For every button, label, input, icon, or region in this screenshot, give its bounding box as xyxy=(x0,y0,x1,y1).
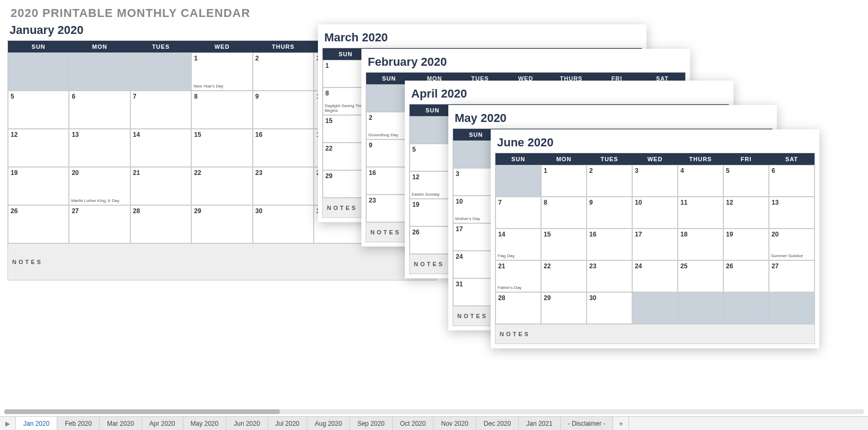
day-cell[interactable]: 16 xyxy=(587,229,632,260)
sheet-tab[interactable]: May 2020 xyxy=(183,417,227,430)
day-cell[interactable]: 9 xyxy=(253,91,314,129)
sheet-tab[interactable]: Jan 2021 xyxy=(519,417,560,430)
weekday-header: THURS xyxy=(253,41,314,52)
weekday-header: THURS xyxy=(678,153,723,165)
day-cell[interactable]: 18 xyxy=(678,229,723,260)
day-cell[interactable] xyxy=(495,165,541,197)
day-cell[interactable]: 26 xyxy=(723,260,769,292)
month-title-june: June 2020 xyxy=(497,136,815,150)
day-cell[interactable]: 16 xyxy=(253,129,314,167)
day-cell[interactable]: 5 xyxy=(723,165,769,197)
plus-icon: + xyxy=(619,419,623,428)
tab-nav-button[interactable]: ▶ xyxy=(0,417,16,430)
day-cell[interactable] xyxy=(723,292,769,324)
day-event: Summer Solstice xyxy=(771,254,803,259)
day-event: New Year's Day xyxy=(193,84,223,89)
day-cell[interactable]: 14 xyxy=(130,129,191,167)
weekday-header: WED xyxy=(632,153,678,165)
day-cell[interactable]: 15 xyxy=(541,229,587,260)
day-cell[interactable]: 15 xyxy=(191,129,252,167)
day-event: Father's Day xyxy=(498,286,521,291)
day-cell[interactable] xyxy=(69,52,130,91)
month-title-april: April 2020 xyxy=(411,87,729,101)
day-cell[interactable]: 7 xyxy=(130,91,191,129)
sheet-tab[interactable]: Oct 2020 xyxy=(393,417,434,430)
day-event: Flag Day xyxy=(498,254,515,259)
day-cell[interactable]: 30 xyxy=(253,205,314,243)
day-cell[interactable]: 22 xyxy=(541,260,587,292)
day-cell[interactable]: 13 xyxy=(69,129,130,167)
day-cell[interactable]: 23 xyxy=(587,260,632,292)
day-cell[interactable]: 30 xyxy=(587,292,632,324)
day-cell[interactable]: 27 xyxy=(769,260,814,292)
day-cell[interactable]: 13 xyxy=(769,197,814,229)
day-cell[interactable]: 12 xyxy=(8,129,69,167)
day-cell[interactable] xyxy=(632,292,678,324)
sheet-tab[interactable]: Jul 2020 xyxy=(268,417,307,430)
day-cell[interactable]: 29 xyxy=(541,292,587,324)
day-cell[interactable]: 1 xyxy=(541,165,587,197)
day-cell[interactable]: 3 xyxy=(632,165,678,197)
sheet-tab[interactable]: Sep 2020 xyxy=(350,417,392,430)
day-cell[interactable]: 28 xyxy=(130,205,191,243)
scrollbar-thumb[interactable] xyxy=(4,409,280,414)
sheet-tab[interactable]: Feb 2020 xyxy=(57,417,100,430)
add-sheet-button[interactable]: + xyxy=(613,417,629,430)
sheet-tab[interactable]: Apr 2020 xyxy=(142,417,183,430)
day-cell[interactable]: 21Father's Day xyxy=(495,260,541,292)
day-cell[interactable]: 8 xyxy=(191,91,252,129)
day-cell[interactable]: 20Martin Luther King Jr Day xyxy=(69,167,130,205)
day-cell[interactable]: 1New Year's Day xyxy=(191,52,252,91)
weekday-header: FRI xyxy=(723,153,769,165)
day-cell[interactable] xyxy=(678,292,723,324)
day-cell[interactable]: 2 xyxy=(587,165,632,197)
day-cell[interactable]: 12 xyxy=(723,197,769,229)
day-cell[interactable]: 11 xyxy=(678,197,723,229)
sheet-tab[interactable]: Jun 2020 xyxy=(226,417,268,430)
day-cell[interactable]: 4 xyxy=(678,165,723,197)
day-cell[interactable] xyxy=(130,52,191,91)
day-cell[interactable]: 19 xyxy=(8,167,69,205)
day-event: Groundhog Day xyxy=(368,133,398,138)
sheet-tab[interactable]: Mar 2020 xyxy=(100,417,142,430)
day-cell[interactable]: 21 xyxy=(130,167,191,205)
sheet-tab[interactable]: Dec 2020 xyxy=(476,417,519,430)
day-cell[interactable]: 8 xyxy=(541,197,587,229)
day-cell[interactable]: 7 xyxy=(495,197,541,229)
weekday-header: TUES xyxy=(587,153,632,165)
day-cell[interactable]: 28 xyxy=(495,292,541,324)
day-cell[interactable]: 14Flag Day xyxy=(495,229,541,260)
day-cell[interactable]: 29 xyxy=(191,205,252,243)
page-title: 2020 PRINTABLE MONTHLY CALENDAR xyxy=(0,0,868,22)
sheet-tab[interactable]: Jan 2020 xyxy=(16,417,57,430)
day-cell[interactable]: 6 xyxy=(769,165,814,197)
day-cell[interactable]: 22 xyxy=(191,167,252,205)
calendar-june: June 2020 SUNMONTUESWEDTHURSFRISAT123456… xyxy=(491,129,819,348)
horizontal-scrollbar[interactable] xyxy=(4,409,864,414)
day-cell[interactable]: 19 xyxy=(723,229,769,260)
weekday-header: SUN xyxy=(495,153,541,165)
day-cell[interactable] xyxy=(8,52,69,91)
day-cell[interactable]: 27 xyxy=(69,205,130,243)
day-cell[interactable]: 26 xyxy=(8,205,69,243)
day-cell[interactable]: 25 xyxy=(678,260,723,292)
sheet-tab[interactable]: Aug 2020 xyxy=(307,417,350,430)
day-cell[interactable]: 20Summer Solstice xyxy=(769,229,814,260)
weekday-header: MON xyxy=(541,153,587,165)
sheet-tab[interactable]: - Disclaimer - xyxy=(561,417,614,430)
day-cell[interactable]: 2 xyxy=(253,52,314,91)
day-event: Easter Sunday xyxy=(412,192,439,197)
day-cell[interactable] xyxy=(769,292,814,324)
month-title-march: March 2020 xyxy=(324,31,642,45)
sheet-tab[interactable]: Nov 2020 xyxy=(433,417,476,430)
day-cell[interactable]: 24 xyxy=(632,260,678,292)
day-cell[interactable]: 23 xyxy=(253,167,314,205)
day-cell[interactable]: 6 xyxy=(69,91,130,129)
day-cell[interactable]: 5 xyxy=(8,91,69,129)
day-cell[interactable]: 9 xyxy=(587,197,632,229)
day-cell[interactable]: 17 xyxy=(632,229,678,260)
month-title-may: May 2020 xyxy=(455,111,773,125)
day-cell[interactable]: 10 xyxy=(632,197,678,229)
day-event: Martin Luther King Jr Day xyxy=(71,199,119,204)
weekday-header: WED xyxy=(191,41,252,52)
